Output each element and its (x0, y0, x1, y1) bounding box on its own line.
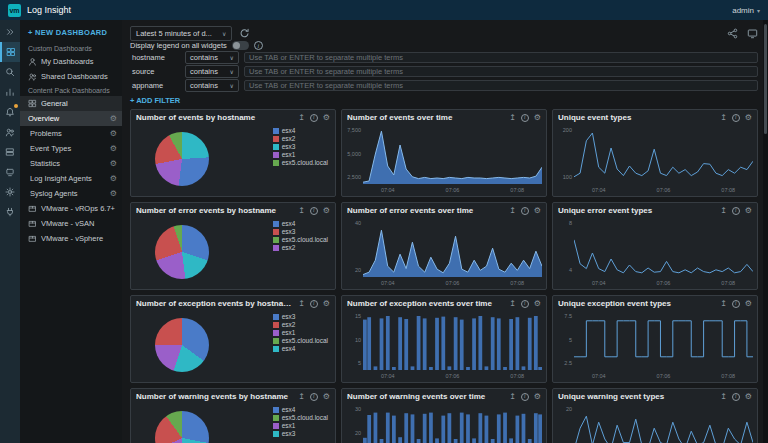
widget-gear-icon[interactable]: ⚙ (745, 393, 752, 401)
widget-gear-icon[interactable]: ⚙ (534, 207, 541, 215)
sidebar-item-log-insight-agents[interactable]: Log Insight Agents⚙ (20, 171, 122, 186)
sidebar-item-vmware-vrops-6-7[interactable]: VMware - vROps 6.7+ (20, 201, 122, 216)
widget-card[interactable]: Unique exception event types ↥ i ⚙ 7.552… (552, 295, 758, 383)
widget-gear-icon[interactable]: ⚙ (534, 393, 541, 401)
analytics-icon[interactable] (0, 82, 20, 102)
legend-toggle[interactable] (232, 41, 249, 50)
widget-card[interactable]: Number of events by hostname ↥ i ⚙ esx4e… (130, 109, 336, 197)
widget-export-icon[interactable]: ↥ (720, 114, 727, 122)
widget-info-icon[interactable]: i (521, 300, 529, 308)
users-icon[interactable] (0, 122, 20, 142)
settings-icon[interactable] (0, 182, 20, 202)
widget-card[interactable]: Unique error event types ↥ i ⚙ 8407:0407… (552, 202, 758, 290)
widget-info-icon[interactable]: i (310, 114, 318, 122)
widget-export-icon[interactable]: ↥ (298, 207, 305, 215)
sidebar-item-shared-dashboards[interactable]: Shared Dashboards (20, 69, 122, 84)
explore-logs-icon[interactable] (0, 62, 20, 82)
widget-card[interactable]: Unique event types ↥ i ⚙ 20010007:0407:0… (552, 109, 758, 197)
sidebar-item-statistics[interactable]: Statistics⚙ (20, 156, 122, 171)
widget-gear-icon[interactable]: ⚙ (323, 207, 330, 215)
widget-info-icon[interactable]: i (732, 300, 740, 308)
widget-export-icon[interactable]: ↥ (509, 114, 516, 122)
add-filter-button[interactable]: + ADD FILTER (130, 96, 758, 105)
sidebar-item-general[interactable]: General (20, 96, 122, 111)
dashboards-icon[interactable] (0, 42, 20, 62)
time-chart: 7.552.507:0407:0607:08 (557, 310, 753, 380)
widget-info-icon[interactable]: i (521, 393, 529, 401)
widget-card[interactable]: Number of exception events over time ↥ i… (341, 295, 547, 383)
widget-gear-icon[interactable]: ⚙ (323, 114, 330, 122)
widget-export-icon[interactable]: ↥ (720, 207, 727, 215)
widget-export-icon[interactable]: ↥ (509, 393, 516, 401)
sidebar-item-event-types[interactable]: Event Types⚙ (20, 141, 122, 156)
filter-value-input[interactable] (244, 52, 758, 63)
sidebar-item-my-dashboards[interactable]: My Dashboards (20, 54, 122, 69)
widget-card[interactable]: Number of warning events by hostname ↥ i… (130, 388, 336, 443)
new-dashboard-button[interactable]: + NEW DASHBOARD (20, 25, 122, 42)
x-axis-ticks: 07:0407:0607:08 (592, 187, 735, 193)
widget-export-icon[interactable]: ↥ (298, 393, 305, 401)
widget-info-icon[interactable]: i (310, 393, 318, 401)
scrollbar-thumb[interactable] (764, 24, 767, 134)
gear-icon[interactable]: ⚙ (110, 174, 117, 183)
filter-value-input[interactable] (244, 66, 758, 77)
widget-card[interactable]: Number of warning events over time ↥ i ⚙… (341, 388, 547, 443)
gear-icon[interactable]: ⚙ (110, 189, 117, 198)
widget-gear-icon[interactable]: ⚙ (745, 114, 752, 122)
sidebar-item-vmware-vsphere[interactable]: VMware - vSphere (20, 231, 122, 246)
grid-icon (28, 99, 37, 108)
widget-body: 1510507:0407:0607:08 (342, 309, 546, 382)
widget-gear-icon[interactable]: ⚙ (323, 300, 330, 308)
legend-label: esx1 (282, 329, 296, 336)
time-range-select[interactable]: Latest 5 minutes of d... ∨ (130, 26, 232, 41)
sidebar-item-syslog-agents[interactable]: Syslog Agents⚙ (20, 186, 122, 201)
widget-info-icon[interactable]: i (521, 207, 529, 215)
widget-gear-icon[interactable]: ⚙ (745, 300, 752, 308)
present-fullscreen-icon[interactable] (747, 28, 758, 39)
widget-export-icon[interactable]: ↥ (720, 300, 727, 308)
gear-icon[interactable]: ⚙ (110, 159, 117, 168)
sidebar-item-vmware-vsan[interactable]: VMware - vSAN (20, 216, 122, 231)
filter-operator-select[interactable]: contains ∨ (185, 51, 239, 64)
widget-info-icon[interactable]: i (732, 393, 740, 401)
refresh-icon[interactable] (239, 28, 250, 39)
widget-export-icon[interactable]: ↥ (509, 300, 516, 308)
filter-value-input[interactable] (244, 80, 758, 91)
widget-info-icon[interactable]: i (521, 114, 529, 122)
widget-export-icon[interactable]: ↥ (509, 207, 516, 215)
widget-export-icon[interactable]: ↥ (720, 393, 727, 401)
widget-card[interactable]: Unique warning event types ↥ i ⚙ 201007:… (552, 388, 758, 443)
scrollbar[interactable] (763, 20, 768, 443)
widget-gear-icon[interactable]: ⚙ (534, 114, 541, 122)
filter-operator-select[interactable]: contains ∨ (185, 79, 239, 92)
plot-area: 07:0407:0607:08 (363, 217, 542, 287)
widget-export-icon[interactable]: ↥ (298, 300, 305, 308)
widget-info-icon[interactable]: i (310, 300, 318, 308)
widget-gear-icon[interactable]: ⚙ (534, 300, 541, 308)
widget-gear-icon[interactable]: ⚙ (323, 393, 330, 401)
sidebar-item-problems[interactable]: Problems⚙ (20, 126, 122, 141)
gear-icon[interactable]: ⚙ (110, 144, 117, 153)
content-packs-icon[interactable] (0, 202, 20, 222)
widget-card[interactable]: Number of error events over time ↥ i ⚙ 4… (341, 202, 547, 290)
widget-card[interactable]: Number of error events by hostname ↥ i ⚙… (130, 202, 336, 290)
widget-export-icon[interactable]: ↥ (298, 114, 305, 122)
hosts-icon[interactable] (0, 142, 20, 162)
widget-card[interactable]: Number of events over time ↥ i ⚙ 7,5005,… (341, 109, 547, 197)
share-icon[interactable] (727, 28, 738, 39)
widget-card[interactable]: Number of exception events by hostname ↥… (130, 295, 336, 383)
collapse-sidebar-icon[interactable] (0, 22, 20, 42)
gear-icon[interactable]: ⚙ (110, 114, 117, 123)
agents-icon[interactable] (0, 162, 20, 182)
user-menu[interactable]: admin ▾ (732, 6, 760, 15)
widget-info-icon[interactable]: i (732, 207, 740, 215)
widget-info-icon[interactable]: i (310, 207, 318, 215)
alerts-icon[interactable] (0, 102, 20, 122)
sidebar-item-overview[interactable]: Overview⚙ (20, 111, 122, 126)
filter-operator-select[interactable]: contains ∨ (185, 65, 239, 78)
widget-gear-icon[interactable]: ⚙ (745, 207, 752, 215)
gear-icon[interactable]: ⚙ (110, 129, 117, 138)
sidebar-item-label: Shared Dashboards (41, 72, 117, 81)
x-axis-ticks: 07:0407:0607:08 (592, 373, 735, 379)
widget-info-icon[interactable]: i (732, 114, 740, 122)
